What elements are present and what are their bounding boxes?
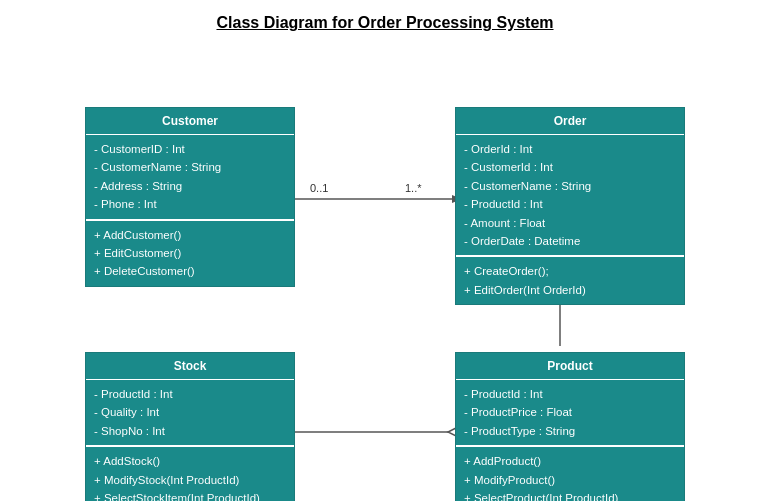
- stock-attrs: - ProductId : Int - Quality : Int - Shop…: [86, 379, 294, 445]
- stock-methods: + AddStock() + ModifyStock(Int ProductId…: [86, 445, 294, 501]
- customer-attrs: - CustomerID : Int - CustomerName : Stri…: [86, 134, 294, 219]
- product-header: Product: [456, 353, 684, 379]
- stock-header: Stock: [86, 353, 294, 379]
- order-header: Order: [456, 108, 684, 134]
- order-methods: + CreateOrder(); + EditOrder(Int OrderId…: [456, 255, 684, 304]
- product-attrs: - ProductId : Int - ProductPrice : Float…: [456, 379, 684, 445]
- customer-methods: + AddCustomer() + EditCustomer() + Delet…: [86, 219, 294, 286]
- customer-header: Customer: [86, 108, 294, 134]
- customer-class: Customer - CustomerID : Int - CustomerNa…: [85, 107, 295, 287]
- order-class: Order - OrderId : Int - CustomerId : Int…: [455, 107, 685, 305]
- order-attrs: - OrderId : Int - CustomerId : Int - Cus…: [456, 134, 684, 255]
- product-methods: + AddProduct() + ModifyProduct() + Selec…: [456, 445, 684, 501]
- svg-text:0..1: 0..1: [310, 182, 328, 194]
- page-title: Class Diagram for Order Processing Syste…: [0, 0, 770, 42]
- stock-class: Stock - ProductId : Int - Quality : Int …: [85, 352, 295, 501]
- product-class: Product - ProductId : Int - ProductPrice…: [455, 352, 685, 501]
- svg-text:1..*: 1..*: [405, 182, 422, 194]
